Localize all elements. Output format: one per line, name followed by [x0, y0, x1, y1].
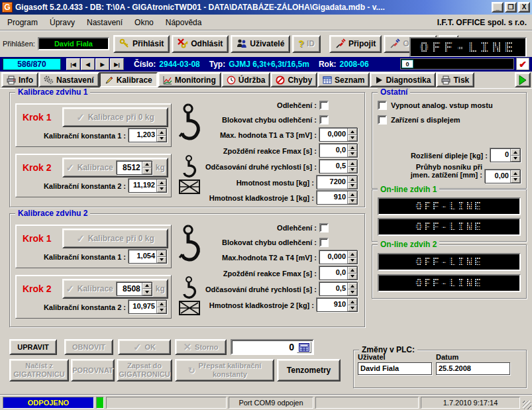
nacist-button[interactable]: Načíst z GIGATRONICU	[9, 359, 69, 382]
spin-down-button[interactable]	[348, 198, 357, 205]
field-spinner[interactable]: 7200	[317, 176, 358, 189]
konstanta2-spinner[interactable]: 10,975	[129, 300, 167, 314]
plc-date-field[interactable]: 25.5.2008	[436, 362, 510, 375]
confirm-check-icon[interactable]: ✔	[516, 58, 529, 70]
spin-down-button[interactable]	[511, 156, 520, 162]
spin-down-button[interactable]	[348, 305, 357, 312]
konstanta1-spinner[interactable]: 1,203	[129, 128, 167, 142]
spin-up-button[interactable]	[348, 176, 357, 183]
logout-button[interactable]: Odhlásit	[172, 35, 229, 53]
run-button[interactable]	[515, 72, 531, 87]
krok2-calibrate-button[interactable]: ✓ Kalibrace 8508 kg	[62, 279, 168, 299]
krok2-calibrate-button[interactable]: ✓ Kalibrace 8512 kg	[62, 158, 168, 178]
konstanta1-spinner[interactable]: 1,054	[129, 250, 167, 264]
tab-nastaveni[interactable]: Nastavení	[38, 72, 99, 87]
menu-item-okno[interactable]: Okno	[129, 15, 160, 30]
field-spinner[interactable]: 910	[317, 298, 358, 312]
konstanta2-spinner[interactable]: 11,192	[129, 179, 167, 193]
resize-grip[interactable]	[523, 401, 531, 409]
calculator-button[interactable]	[297, 342, 311, 353]
spin-down-button[interactable]	[348, 274, 357, 280]
spin-up-button[interactable]	[348, 128, 357, 135]
nav-last-button[interactable]: ▶|	[110, 58, 124, 70]
spin-up-button[interactable]	[348, 267, 357, 274]
spin-down-button[interactable]	[157, 307, 166, 314]
spin-down-button[interactable]	[157, 257, 166, 264]
tab-udrzba[interactable]: Údržba	[221, 72, 271, 87]
krok2-weight-spinner[interactable]: 8508	[117, 282, 152, 296]
spin-up-button[interactable]	[157, 179, 166, 186]
plc-user-field[interactable]: David Fiala	[358, 362, 432, 375]
users-button[interactable]: Uživatelé	[231, 35, 290, 53]
id-button[interactable]: ? ID	[292, 35, 321, 53]
spin-down-button[interactable]	[157, 186, 166, 193]
field-spinner[interactable]: 0,5	[319, 282, 358, 296]
field-spinner[interactable]: 0,5	[319, 160, 358, 174]
spin-up-button[interactable]	[348, 144, 357, 151]
tab-chyby[interactable]: Chyby	[270, 72, 317, 87]
krok2-weight-spinner[interactable]: 8512	[117, 161, 152, 175]
spin-up-button[interactable]	[511, 170, 520, 177]
spin-up-button[interactable]	[348, 191, 357, 198]
menu-item-upravy[interactable]: Úpravy	[44, 15, 81, 30]
tab-seznam[interactable]: Seznam	[317, 72, 370, 87]
field-checkbox[interactable]	[319, 101, 329, 110]
tab-info[interactable]: Info	[1, 72, 38, 87]
spin-up-button[interactable]	[142, 283, 152, 289]
pruhyb-spinner[interactable]: 0,00	[485, 170, 521, 183]
tab-kalibrace[interactable]: Kalibrace	[99, 72, 158, 87]
nav-first-button[interactable]: |◀	[66, 58, 80, 70]
nav-next-button[interactable]: ▶	[95, 58, 109, 70]
spin-up-button[interactable]	[511, 149, 520, 156]
spin-down-button[interactable]	[142, 289, 152, 295]
field-checkbox[interactable]	[319, 115, 329, 125]
spin-up-button[interactable]	[348, 299, 357, 305]
ok-button[interactable]: ✓ OK	[118, 339, 171, 355]
tenzometry-button[interactable]: Tenzometry	[277, 359, 341, 382]
spin-down-button[interactable]	[348, 183, 357, 189]
menu-item-napoveda[interactable]: Nápověda	[160, 15, 208, 30]
menu-item-nastaveni[interactable]: Nastavení	[81, 15, 129, 30]
zapsat-button[interactable]: Zapsat do GIGATRONICU	[117, 359, 172, 382]
obnovit-button[interactable]: OBNOVIT	[64, 339, 113, 355]
spin-down-button[interactable]	[348, 258, 357, 264]
numeric-field[interactable]: 0	[231, 339, 314, 355]
spin-up-button[interactable]	[348, 160, 357, 167]
spin-down-button[interactable]	[348, 167, 357, 174]
nav-prev-button[interactable]: ◀	[81, 58, 95, 70]
spin-up-button[interactable]	[157, 250, 166, 257]
minimize-button[interactable]: _	[492, 2, 504, 13]
field-spinner[interactable]: 0,000	[319, 250, 358, 264]
field-checkbox[interactable]	[319, 223, 329, 232]
login-button[interactable]: Přihlásit	[113, 35, 170, 53]
storno-button[interactable]: ✕ Storno	[175, 339, 227, 355]
field-checkbox[interactable]	[319, 238, 329, 247]
field-spinner[interactable]: 0,000	[319, 128, 358, 142]
field-spinner[interactable]: 910	[317, 191, 358, 205]
menu-item-program[interactable]: Program	[1, 15, 44, 30]
spin-down-button[interactable]	[348, 289, 357, 296]
spin-up-button[interactable]	[142, 162, 152, 168]
checkbox-zarizeni[interactable]	[378, 115, 387, 125]
tab-monitoring[interactable]: Monitoring	[158, 72, 221, 87]
tab-diagnostika[interactable]: Diagnostika	[370, 72, 436, 87]
maximize-button[interactable]: ❐	[505, 2, 517, 13]
upravit-button[interactable]: UPRAVIT	[9, 339, 57, 355]
porovnat-button[interactable]: POROVNAT	[71, 359, 115, 382]
rozliseni-spinner[interactable]: 0	[490, 148, 521, 162]
spin-down-button[interactable]	[142, 168, 152, 174]
krok1-calibrate-button[interactable]: ✓ Kalibrace při 0 kg	[62, 229, 168, 248]
spin-down-button[interactable]	[348, 151, 357, 158]
checkbox-vypnout[interactable]	[378, 101, 387, 110]
spin-up-button[interactable]	[348, 251, 357, 258]
spin-down-button[interactable]	[157, 136, 166, 142]
close-button[interactable]: X	[518, 2, 530, 13]
spin-up-button[interactable]	[157, 301, 166, 307]
spin-up-button[interactable]	[348, 283, 357, 289]
field-spinner[interactable]: 0,0	[319, 144, 358, 158]
spin-down-button[interactable]	[511, 177, 520, 183]
spin-up-button[interactable]	[157, 129, 166, 136]
prepsat-button[interactable]: ↻ Přepsat kalibrační konstanty	[175, 359, 274, 382]
krok1-calibrate-button[interactable]: ✓ Kalibrace při 0 kg	[62, 107, 168, 127]
field-spinner[interactable]: 0,0	[319, 266, 358, 280]
